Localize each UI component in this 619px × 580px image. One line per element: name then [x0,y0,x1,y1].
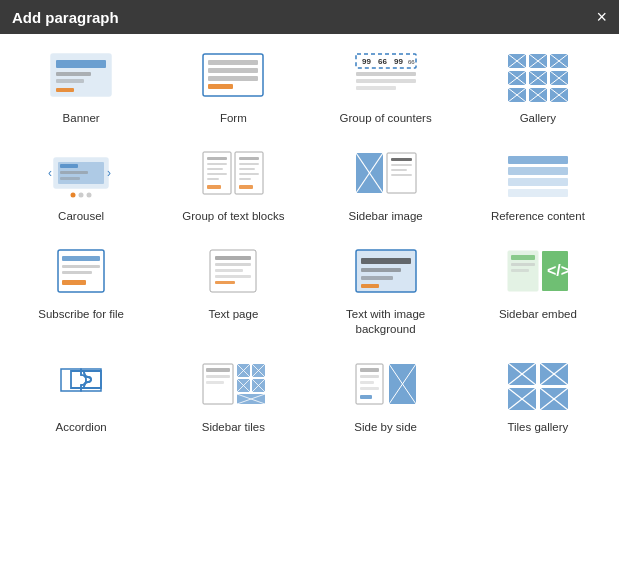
svg-rect-89 [215,269,243,272]
svg-text:99: 99 [394,57,403,66]
svg-rect-88 [215,263,251,266]
dialog-title: Add paragraph [12,9,119,26]
svg-point-51 [79,192,84,197]
svg-rect-8 [208,76,258,81]
item-carousel[interactable]: ‹ › Carousel [10,142,152,230]
svg-rect-97 [361,284,379,288]
form-label: Form [220,111,247,126]
item-text-page[interactable]: Text page [162,240,304,343]
svg-rect-73 [391,158,412,161]
item-text-with-image-background[interactable]: Text with image background [315,240,457,343]
svg-rect-80 [508,189,568,197]
svg-point-52 [87,192,92,197]
svg-rect-74 [391,164,412,166]
group-text-blocks-icon [198,148,268,203]
svg-rect-66 [239,173,259,175]
text-page-icon [198,246,268,301]
svg-rect-16 [356,79,416,83]
item-sidebar-embed[interactable]: </> Sidebar embed [467,240,609,343]
accordion-label: Accordion [56,420,107,435]
svg-rect-94 [361,258,411,264]
item-sidebar-image[interactable]: Sidebar image [315,142,457,230]
carousel-icon: ‹ › [46,148,116,203]
svg-point-50 [71,192,76,197]
text-with-image-background-icon [351,246,421,301]
svg-rect-95 [361,268,401,272]
sidebar-tiles-label: Sidebar tiles [202,420,265,435]
sidebar-embed-icon: </> [503,246,573,301]
items-grid: Banner Form 99 66 99 66 [0,34,619,451]
svg-rect-91 [215,281,235,284]
gallery-label: Gallery [520,111,556,126]
svg-rect-56 [207,157,227,160]
accordion-icon [46,359,116,414]
svg-rect-57 [207,163,227,165]
header: Add paragraph × [0,0,619,34]
svg-text:66: 66 [378,57,387,66]
close-button[interactable]: × [596,8,607,26]
svg-rect-47 [60,164,78,168]
banner-icon [46,50,116,105]
form-icon [198,50,268,105]
svg-text:›: › [107,166,111,180]
svg-rect-48 [60,171,88,174]
item-gallery[interactable]: Gallery [467,44,609,132]
svg-rect-59 [207,173,227,175]
side-by-side-label: Side by side [354,420,417,435]
svg-rect-105 [206,368,230,372]
svg-rect-79 [508,178,568,186]
svg-text:99: 99 [362,57,371,66]
svg-rect-49 [60,177,80,180]
svg-rect-60 [207,178,219,180]
svg-text:66: 66 [408,59,415,65]
svg-rect-99 [511,255,535,260]
svg-rect-84 [62,271,92,274]
svg-rect-63 [239,157,259,160]
svg-text:‹: ‹ [48,166,52,180]
item-side-by-side[interactable]: Side by side [315,353,457,441]
svg-rect-127 [360,387,379,390]
svg-rect-67 [239,178,251,180]
svg-rect-2 [56,72,91,76]
reference-content-icon [503,148,573,203]
svg-rect-96 [361,276,393,280]
svg-rect-82 [62,256,100,261]
item-tiles-gallery[interactable]: Tiles gallery [467,353,609,441]
svg-rect-61 [207,185,221,189]
sidebar-embed-label: Sidebar embed [499,307,577,322]
item-sidebar-tiles[interactable]: Sidebar tiles [162,353,304,441]
item-form[interactable]: Form [162,44,304,132]
side-by-side-icon [351,359,421,414]
sidebar-image-label: Sidebar image [349,209,423,224]
reference-content-label: Reference content [491,209,585,224]
svg-rect-77 [508,156,568,164]
svg-rect-3 [56,79,84,83]
svg-rect-58 [207,168,223,170]
svg-rect-65 [239,168,255,170]
item-banner[interactable]: Banner [10,44,152,132]
carousel-label: Carousel [58,209,104,224]
group-of-counters-icon: 99 66 99 66 [351,50,421,105]
svg-rect-68 [239,185,253,189]
gallery-icon [503,50,573,105]
svg-rect-7 [208,68,258,73]
svg-rect-125 [360,375,379,378]
item-group-text-blocks[interactable]: Group of text blocks [162,142,304,230]
banner-label: Banner [63,111,100,126]
sidebar-image-icon [351,148,421,203]
sidebar-tiles-icon [198,359,268,414]
item-subscribe-for-file[interactable]: Subscribe for file [10,240,152,343]
svg-rect-128 [360,395,372,399]
svg-rect-1 [56,60,106,68]
item-accordion[interactable]: Accordion [10,353,152,441]
svg-rect-15 [356,72,416,76]
item-reference-content[interactable]: Reference content [467,142,609,230]
svg-rect-85 [62,280,86,285]
item-group-of-counters[interactable]: 99 66 99 66 Group of counters [315,44,457,132]
svg-rect-64 [239,163,259,165]
svg-rect-126 [360,381,374,384]
svg-rect-90 [215,275,251,278]
group-of-counters-label: Group of counters [340,111,432,126]
svg-rect-76 [391,174,412,176]
svg-rect-6 [208,60,258,65]
